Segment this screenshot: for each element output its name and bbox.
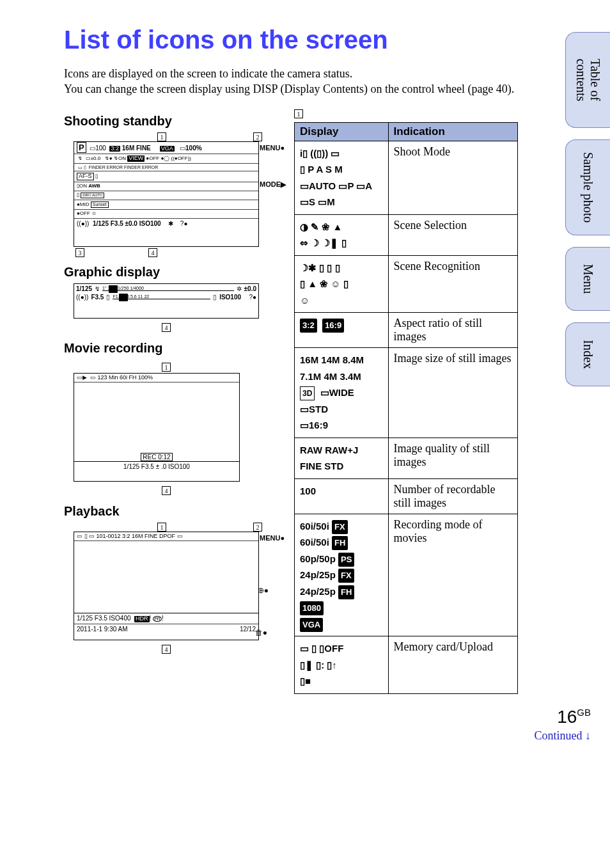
icon-indication-table: Display Indication i▯ ((▯)) ▭▯ P A S M▭A… xyxy=(294,122,518,694)
cell-display: ▭ ▯ ▯OFF▯❚ ▯: ▯↑▯■ xyxy=(295,636,389,694)
mode-label: MODE▶ xyxy=(260,180,283,188)
tab-menu[interactable]: Menu xyxy=(565,247,610,311)
table-row: 100Number of recordable still images xyxy=(295,478,518,514)
cell-indication: Recording mode of movies xyxy=(388,514,517,636)
callout-1b: 1 xyxy=(162,363,171,372)
cell-display: ☽✱ ▯ ▯ ▯▯ ▲ ❀ ☺ ▯☺ xyxy=(295,255,389,313)
cell-display: 60i/50i FX60i/50i FH60p/50p PS24p/25p FX… xyxy=(295,514,389,636)
figure-movie-recording: ▭▶ ▭ 123 Min 60i FH 100% REC 0:12 1/125 … xyxy=(74,373,240,482)
figure-shooting-standby: MENU● MODE▶ P ▭100 3:2 16M FINE VGA ▭100… xyxy=(74,141,259,247)
menu-label-pb: MENU● xyxy=(260,534,283,542)
table-row: RAW RAW+JFINE STDImage quality of still … xyxy=(295,438,518,478)
heading-graphic-display: Graphic display xyxy=(64,265,269,280)
cell-display: ◑ ✎ ❀ ▲⇔ ☽ ☽❚ ▯ xyxy=(295,214,389,255)
cell-display: 3:2 16:9 xyxy=(295,313,389,348)
page-title: List of icons on the screen xyxy=(64,26,518,54)
th-display: Display xyxy=(295,122,389,141)
table-row: ▭ ▯ ▯OFF▯❚ ▯: ▯↑▯■Memory card/Upload xyxy=(295,636,518,694)
menu-label: MENU● xyxy=(260,144,283,152)
cell-indication: Aspect ratio of still images xyxy=(388,313,517,348)
callout-4c: 4 xyxy=(162,486,171,495)
table-row: 3:2 16:9Aspect ratio of still images xyxy=(295,313,518,348)
table-row: ☽✱ ▯ ▯ ▯▯ ▲ ❀ ☺ ▯☺Scene Recognition xyxy=(295,255,518,313)
table-section-number: 1 xyxy=(294,109,303,118)
callout-4: 4 xyxy=(148,248,157,257)
page-number: 16GB xyxy=(557,707,591,727)
tab-toc[interactable]: Table of contents xyxy=(565,32,610,128)
continued-indicator: Continued ↓ xyxy=(535,729,591,743)
cell-indication: Scene Selection xyxy=(388,214,517,255)
tab-sample-photo[interactable]: Sample photo xyxy=(565,139,610,235)
heading-playback: Playback xyxy=(64,504,269,519)
figures-column: Shooting standby 1 2 MENU● MODE▶ P ▭100 … xyxy=(64,106,269,655)
callout-2: 2 xyxy=(253,132,262,141)
cell-indication: Shoot Mode xyxy=(388,141,517,214)
th-indication: Indication xyxy=(388,122,517,141)
intro-text: Icons are displayed on the screen to ind… xyxy=(64,66,518,97)
table-row: i▯ ((▯)) ▭▯ P A S M▭AUTO ▭P ▭A▭S ▭MShoot… xyxy=(295,141,518,214)
callout-4d: 4 xyxy=(162,645,171,654)
cell-display: 16M 14M 8.4M7.1M 4M 3.4M3D ▭WIDE▭STD▭16:… xyxy=(295,348,389,438)
cell-indication: Image size of still images xyxy=(388,348,517,438)
callout-1: 1 xyxy=(157,132,166,141)
cell-display: i▯ ((▯)) ▭▯ P A S M▭AUTO ▭P ▭A▭S ▭M xyxy=(295,141,389,214)
cell-display: 100 xyxy=(295,478,389,514)
heading-shooting-standby: Shooting standby xyxy=(64,114,269,129)
callout-3: 3 xyxy=(75,248,84,257)
callout-2b: 2 xyxy=(253,523,262,532)
cell-display: RAW RAW+JFINE STD xyxy=(295,438,389,478)
callout-1c: 1 xyxy=(157,523,166,532)
heading-movie-recording: Movie recording xyxy=(64,341,269,356)
cell-indication: Number of recordable still images xyxy=(388,478,517,514)
figure-graphic-display: 1/125 ↯ 1" 1/30 1/250 1/4000 ✲ ±0.0 ((●)… xyxy=(74,283,259,319)
tab-index[interactable]: Index xyxy=(565,322,610,386)
side-tabs: Table of contents Sample photo Menu Inde… xyxy=(565,32,610,386)
cell-indication: Scene Recognition xyxy=(388,255,517,313)
table-row: ◑ ✎ ❀ ▲⇔ ☽ ☽❚ ▯Scene Selection xyxy=(295,214,518,255)
callout-4b: 4 xyxy=(162,323,171,332)
cell-indication: Memory card/Upload xyxy=(388,636,517,694)
icon-table-column: 1 Display Indication i▯ ((▯)) ▭▯ P A S M… xyxy=(294,106,518,694)
cell-indication: Image quality of still images xyxy=(388,438,517,478)
table-row: 16M 14M 8.4M7.1M 4M 3.4M3D ▭WIDE▭STD▭16:… xyxy=(295,348,518,438)
figure-playback: MENU● ⊕● 🗑● ▭ ▯ ▭ 101-0012 3:2 16M FINE … xyxy=(74,532,259,640)
table-row: 60i/50i FX60i/50i FH60p/50p PS24p/25p FX… xyxy=(295,514,518,636)
